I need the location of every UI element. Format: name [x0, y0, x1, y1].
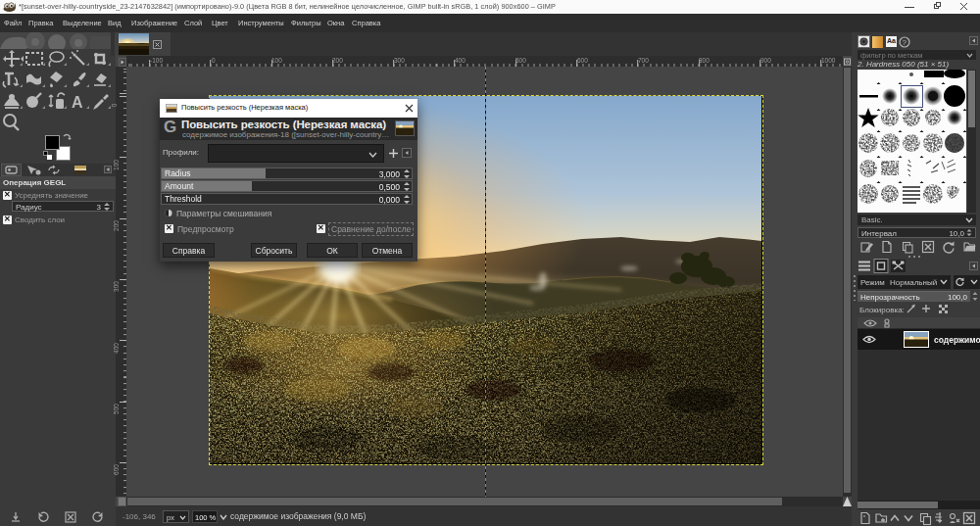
- svg-text:?: ?: [903, 38, 907, 47]
- svg-text:A: A: [72, 94, 83, 111]
